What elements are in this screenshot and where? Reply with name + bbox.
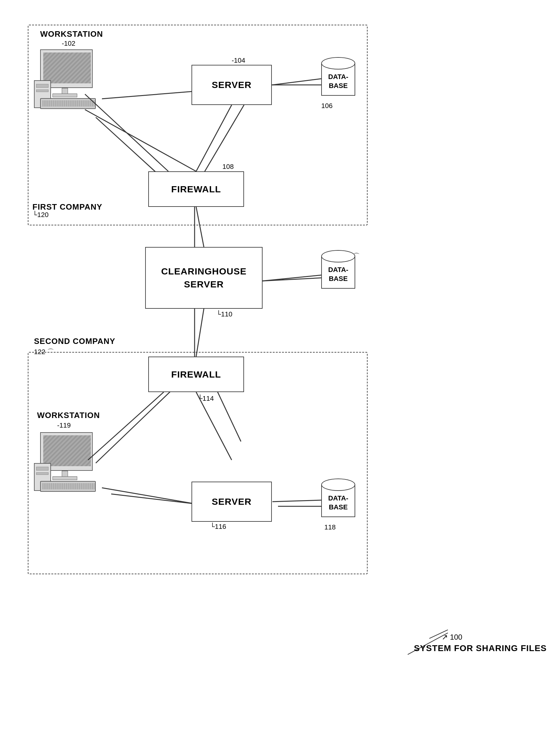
svg-line-18 [196, 309, 204, 357]
diagram-container: FIRST COMPANY └108120 WORKSTATION -102 S… [0, 0, 560, 736]
database1: DATA-BASE [321, 57, 355, 100]
server2-ref: └116 [210, 523, 226, 531]
firewall2-ref: └114 [198, 394, 214, 402]
first-company-ref: └108120 [32, 211, 48, 219]
clearinghouse-label: CLEARINGHOUSESERVER [161, 265, 246, 291]
second-company-label: SECOND COMPANY [34, 337, 115, 346]
workstation2-label: WORKSTATION [37, 410, 100, 420]
system-label: SYSTEM FOR SHARING FILES [414, 642, 547, 654]
server1-ref: -104 [232, 57, 245, 65]
clearinghouse-box: CLEARINGHOUSESERVER [145, 247, 263, 309]
workstation1-label: WORKSTATION [40, 29, 103, 39]
workstation2-ref: -119 [57, 421, 71, 429]
database3-label: DATA-BASE [328, 494, 348, 511]
database3: DATA-BASE [321, 478, 355, 522]
svg-line-17 [263, 278, 321, 281]
database3-ref: 118 [324, 523, 336, 531]
database2-label: DATA-BASE [328, 266, 348, 283]
workstation1-ref: -102 [62, 40, 75, 48]
firewall1-box: FIREWALL [148, 171, 244, 207]
system-ref: ↗ 100 [442, 633, 462, 641]
svg-line-6 [263, 275, 324, 281]
first-company-label: FIRST COMPANY [32, 202, 102, 212]
server1-box: SERVER [192, 65, 272, 105]
workstation2-illustration [34, 432, 102, 494]
database1-label: DATA-BASE [328, 73, 348, 90]
database2: DATA-BASE [321, 250, 355, 293]
firewall1-ref: 108 [222, 163, 234, 171]
clearinghouse-ref: └110 [216, 310, 232, 318]
firewall2-box: FIREWALL [148, 357, 244, 392]
server2-box: SERVER [192, 481, 272, 522]
workstation1-illustration [34, 49, 102, 111]
database1-ref: 106 [321, 102, 333, 110]
